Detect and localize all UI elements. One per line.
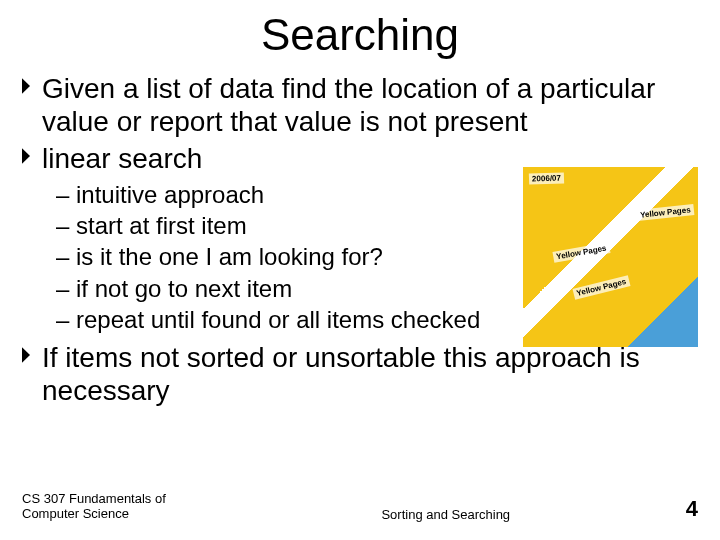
image-label: Yellow Pages bbox=[573, 275, 631, 299]
yellow-pages-image: 2006/07 Yellow Pages Yellow Pages Yellow… bbox=[523, 167, 698, 347]
image-label: Yellow Pages bbox=[637, 204, 695, 221]
page-number: 4 bbox=[686, 496, 698, 522]
image-label: Yellow Pages bbox=[552, 242, 610, 263]
footer-course: CS 307 Fundamentals of Computer Science bbox=[22, 491, 166, 522]
footer-course-line1: CS 307 Fundamentals of bbox=[22, 491, 166, 507]
slide-title: Searching bbox=[22, 10, 698, 60]
slide-footer: CS 307 Fundamentals of Computer Science … bbox=[0, 491, 720, 522]
bullet-item: If items not sorted or unsortable this a… bbox=[22, 341, 698, 407]
slide: Searching Given a list of data find the … bbox=[0, 0, 720, 540]
image-label: 2006/07 bbox=[529, 172, 564, 184]
footer-topic: Sorting and Searching bbox=[166, 507, 686, 522]
footer-course-line2: Computer Science bbox=[22, 506, 166, 522]
bullet-item: Given a list of data find the location o… bbox=[22, 72, 698, 138]
